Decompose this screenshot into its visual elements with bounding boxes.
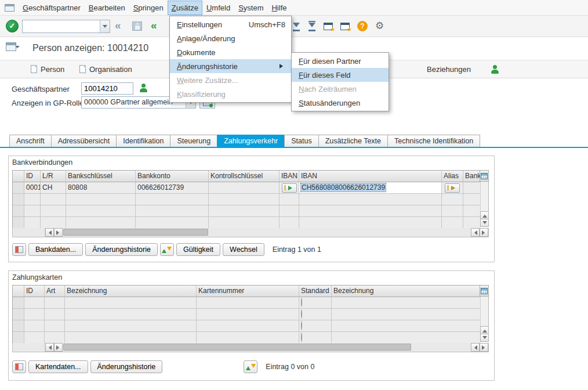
tab-steuerung[interactable]: Steuerung: [170, 135, 217, 147]
table-menu-button[interactable]: [12, 360, 26, 373]
scrollbar-thumb[interactable]: [63, 229, 208, 236]
tab-status[interactable]: Status: [284, 135, 318, 147]
standard-radio[interactable]: [301, 309, 302, 319]
cell-lr[interactable]: CH: [41, 182, 66, 194]
scroll-down-button[interactable]: [480, 334, 489, 342]
tab-zahlungsverkehr[interactable]: Zahlungsverkehr: [217, 135, 285, 147]
beziehungen-button[interactable]: Beziehungen: [424, 60, 474, 78]
table-menu-button[interactable]: [12, 243, 26, 256]
cell-bankkonto[interactable]: 006626012739: [136, 182, 209, 194]
cell-iban[interactable]: CH5680808006626012739: [299, 182, 442, 194]
table-settings-button[interactable]: [480, 285, 489, 297]
row-selector[interactable]: [13, 309, 24, 320]
header-cell[interactable]: Kartennummer: [197, 286, 299, 297]
header-cell[interactable]: Kontrollschlüssel: [209, 171, 280, 182]
table-settings-button[interactable]: [480, 170, 489, 182]
history-navigate-button[interactable]: [244, 360, 257, 373]
header-cell[interactable]: ID: [24, 286, 45, 297]
scrollbar-thumb[interactable]: [63, 344, 411, 351]
iban-selected-text[interactable]: CH5680808006626012739: [301, 183, 386, 192]
header-cell[interactable]: IBAN: [280, 171, 299, 182]
scroll-right-button[interactable]: [480, 228, 488, 237]
aenderungshistorie-button[interactable]: Änderungshistorie: [85, 243, 158, 256]
scroll-up-button[interactable]: [480, 211, 489, 219]
scroll-left-button[interactable]: [471, 343, 480, 352]
scrollbar-track[interactable]: [63, 228, 471, 237]
header-cell[interactable]: IBAN: [299, 171, 442, 182]
scrollbar-track[interactable]: [480, 182, 489, 212]
submenu-item-fuer-dieses-feld[interactable]: Für dieses Feld: [292, 68, 389, 82]
menu-item-aenderungshistorie[interactable]: Änderungshistorie: [170, 59, 291, 73]
header-cell[interactable]: Bankschlüssel: [66, 171, 136, 182]
header-cell[interactable]: [13, 286, 24, 297]
scroll-up-button[interactable]: [480, 326, 489, 334]
scroll-right-button[interactable]: [54, 228, 63, 237]
relationships-person-button[interactable]: [488, 60, 502, 78]
cell-bank[interactable]: [463, 182, 481, 194]
organisation-button[interactable]: Organisation: [77, 60, 135, 78]
menu-item-anlage-aenderung[interactable]: Anlage/Änderung: [170, 31, 291, 45]
save-icon[interactable]: [132, 21, 142, 31]
enter-check-icon[interactable]: ✓: [6, 20, 19, 32]
last-page-icon[interactable]: [308, 21, 316, 31]
command-input[interactable]: [23, 20, 100, 32]
scroll-right-button[interactable]: [480, 343, 488, 352]
command-dropdown[interactable]: [100, 20, 110, 32]
menu-item-einstellungen[interactable]: Einstellungen Umsch+F8: [170, 17, 291, 31]
standard-radio[interactable]: [301, 321, 302, 330]
alias-detail-button[interactable]: [445, 183, 460, 193]
collapse-icon[interactable]: «: [115, 19, 121, 32]
scroll-left-button[interactable]: [45, 228, 54, 237]
header-cell[interactable]: L/R: [41, 171, 66, 182]
tab-adressuebersicht[interactable]: Adressübersicht: [51, 135, 117, 147]
menu-zusaetze[interactable]: Zusätze: [168, 1, 202, 15]
window-menu-icon[interactable]: [6, 42, 16, 51]
menu-item-dokumente[interactable]: Dokumente: [170, 45, 291, 59]
cell-id[interactable]: 0001: [24, 182, 41, 194]
tab-identifikation[interactable]: Identifikation: [116, 135, 170, 147]
aenderungshistorie-button[interactable]: Änderungshistorie: [90, 360, 163, 373]
page-down-icon[interactable]: [292, 21, 300, 31]
menu-system[interactable]: System: [234, 1, 267, 15]
submenu-item-fuer-diesen-partner[interactable]: Für diesen Partner: [292, 54, 389, 68]
customize-icon[interactable]: ⚙: [375, 21, 384, 31]
help-icon[interactable]: ?: [357, 21, 368, 31]
gueltigkeit-button[interactable]: Gültigkeit: [176, 243, 220, 256]
cell-bankschluessel[interactable]: 80808: [66, 182, 136, 194]
row-selector[interactable]: [13, 194, 24, 205]
scroll-right-button[interactable]: [54, 343, 63, 352]
iban-detail-button[interactable]: [282, 183, 297, 193]
submenu-item-statusaenderungen[interactable]: Statusänderungen: [292, 96, 389, 110]
row-selector[interactable]: [13, 297, 24, 309]
header-cell[interactable]: [13, 171, 24, 182]
scroll-down-button[interactable]: [480, 219, 489, 227]
header-cell[interactable]: Bankkonto: [136, 171, 209, 182]
scrollbar-track[interactable]: [63, 343, 471, 352]
standard-radio[interactable]: [301, 298, 302, 307]
header-cell[interactable]: ID: [24, 171, 41, 182]
cell-kontrollschluessel[interactable]: [209, 182, 280, 194]
row-selector[interactable]: [13, 217, 24, 229]
tab-technische-identifikation[interactable]: Technische Identifikation: [387, 135, 480, 147]
scrollbar-track[interactable]: [480, 297, 489, 327]
scroll-left-button[interactable]: [471, 228, 480, 237]
command-field[interactable]: [22, 20, 110, 33]
standard-radio[interactable]: [301, 333, 302, 342]
menu-umfeld[interactable]: Umfeld: [202, 1, 234, 15]
header-cell[interactable]: Standard: [299, 286, 332, 297]
history-navigate-button[interactable]: [160, 243, 174, 256]
menu-hilfe[interactable]: Hilfe: [267, 1, 291, 15]
wechsel-button[interactable]: Wechsel: [223, 243, 264, 256]
header-cell[interactable]: Bezeichnung: [332, 286, 481, 297]
row-selector[interactable]: [13, 332, 24, 344]
person-button[interactable]: Person: [28, 60, 67, 78]
bankdaten-button[interactable]: Bankdaten...: [28, 243, 83, 256]
back-icon[interactable]: «: [151, 19, 157, 32]
scroll-left-button[interactable]: [45, 343, 54, 352]
menu-bearbeiten[interactable]: Bearbeiten: [85, 1, 129, 15]
row-selector[interactable]: [13, 205, 24, 217]
kartendaten-button[interactable]: Kartendaten...: [28, 360, 88, 373]
row-selector[interactable]: [13, 320, 24, 332]
create-shortcut-icon[interactable]: ★: [340, 23, 350, 30]
menu-geschaeftspartner[interactable]: Geschäftspartner: [19, 1, 85, 15]
